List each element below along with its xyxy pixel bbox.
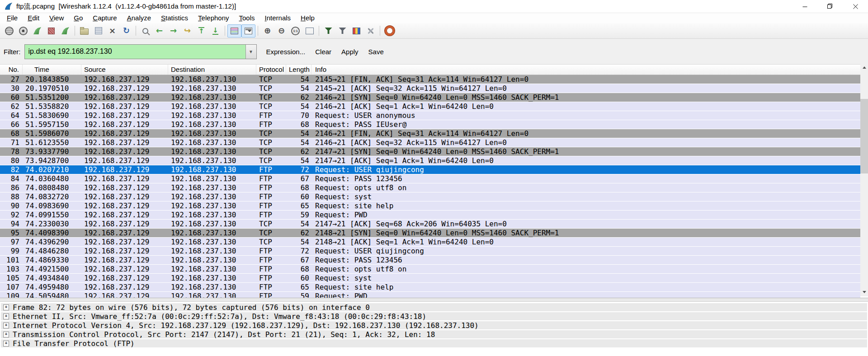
expand-icon[interactable]: + [3, 332, 9, 337]
packet-row-60[interactable]: 6051.5351200192.168.237.129192.168.237.1… [0, 93, 860, 102]
packet-row-95[interactable]: 9574.4098390192.168.237.129192.168.237.1… [0, 229, 860, 237]
packet-row-86[interactable]: 8674.0808480192.168.237.129192.168.237.1… [0, 183, 860, 192]
save-button[interactable]: Save [363, 48, 389, 56]
apply-button[interactable]: Apply [336, 48, 363, 56]
packet-row-101[interactable]: 10174.4869330192.168.237.129192.168.237.… [0, 256, 860, 264]
cell-proto: TCP [256, 102, 286, 111]
list-interfaces-button[interactable] [2, 24, 16, 37]
scroll-up-button[interactable] [860, 63, 868, 71]
auto-scroll-toggle[interactable] [241, 24, 255, 37]
packet-row-84[interactable]: 8474.0360480192.168.237.129192.168.237.1… [0, 174, 860, 183]
packet-row-27[interactable]: 2720.1843850192.168.237.129192.168.237.1… [0, 75, 860, 84]
filter-dropdown-button[interactable]: ▼ [245, 45, 256, 59]
menu-item-file[interactable]: File [2, 13, 23, 23]
packet-row-30[interactable]: 3020.1970510192.168.237.129192.168.237.1… [0, 84, 860, 93]
cell-info: Request: site help [311, 201, 860, 210]
start-capture-button[interactable] [30, 24, 44, 37]
packet-row-99[interactable]: 9974.4846280192.168.237.129192.168.237.1… [0, 247, 860, 255]
expand-icon[interactable]: + [3, 341, 9, 347]
menu-item-tools[interactable]: Tools [234, 13, 260, 23]
packet-row-97[interactable]: 9774.4396290192.168.237.129192.168.237.1… [0, 238, 860, 246]
open-file-button[interactable] [77, 24, 91, 37]
go-top-button[interactable]: ↑ [194, 24, 208, 37]
detail-line[interactable]: +File Transfer Protocol (FTP) [1, 339, 867, 347]
close-file-button[interactable]: × [105, 24, 119, 37]
packet-list-scrollbar[interactable] [860, 63, 868, 296]
cell-time: 74.0832720 [23, 192, 81, 201]
column-header-protocol[interactable]: Protocol [256, 65, 286, 75]
packet-row-90[interactable]: 9074.0983690192.168.237.129192.168.237.1… [0, 201, 860, 210]
save-file-button[interactable] [91, 24, 105, 37]
column-header-length[interactable]: Length [286, 65, 311, 75]
menu-item-internals[interactable]: Internals [260, 13, 296, 23]
column-header-no[interactable]: No. [0, 65, 23, 75]
restart-capture-button[interactable] [58, 24, 72, 37]
cell-proto: TCP [256, 84, 286, 93]
find-packet-button[interactable] [138, 24, 152, 37]
menu-item-analyze[interactable]: Analyze [122, 13, 156, 23]
go-bottom-button[interactable]: ↓ [208, 24, 222, 37]
menu-item-view[interactable]: View [44, 13, 69, 23]
packet-row-80[interactable]: 8073.9428700192.168.237.129192.168.237.1… [0, 156, 860, 165]
normal-size-button[interactable]: 1:1 [288, 24, 302, 37]
pane-splitter[interactable] [0, 298, 868, 302]
preferences-button[interactable] [363, 24, 377, 37]
scrollbar-thumb[interactable] [860, 99, 868, 173]
coloring-rules-button[interactable] [349, 24, 363, 37]
packet-row-71[interactable]: 7151.6123550192.168.237.129192.168.237.1… [0, 138, 860, 147]
packet-row-78[interactable]: 7873.9337790192.168.237.129192.168.237.1… [0, 147, 860, 156]
go-back-button[interactable]: ← [152, 24, 166, 37]
detail-line[interactable]: +Internet Protocol Version 4, Src: 192.1… [1, 321, 867, 329]
menu-item-capture[interactable]: Capture [88, 13, 122, 23]
reload-file-button[interactable]: ↻ [119, 24, 133, 37]
colorize-packets-toggle[interactable] [227, 24, 241, 37]
column-header-info[interactable]: Info [311, 65, 868, 75]
menu-item-go[interactable]: Go [69, 13, 88, 23]
menu-item-help[interactable]: Help [296, 13, 320, 23]
zoom-out-button[interactable]: ⊖ [274, 24, 288, 37]
packet-row-103[interactable]: 10374.4921500192.168.237.129192.168.237.… [0, 265, 860, 273]
help-button[interactable] [382, 24, 396, 37]
close-button[interactable] [843, 0, 868, 13]
expression-button[interactable]: Expression... [261, 48, 311, 56]
goto-packet-button[interactable]: ↪ [180, 24, 194, 37]
packet-row-66[interactable]: 6651.5957150192.168.237.129192.168.237.1… [0, 120, 860, 129]
packet-row-105[interactable]: 10574.4934840192.168.237.129192.168.237.… [0, 274, 860, 282]
packet-row-64[interactable]: 6451.5830690192.168.237.129192.168.237.1… [0, 111, 860, 120]
detail-line[interactable]: +Frame 82: 72 bytes on wire (576 bits), … [1, 303, 867, 311]
expand-icon[interactable]: + [3, 304, 9, 310]
scrollbar-track[interactable] [860, 71, 868, 289]
scroll-down-button[interactable] [860, 289, 868, 296]
capture-options-button[interactable] [16, 24, 30, 37]
expand-icon[interactable]: + [3, 314, 9, 319]
packet-row-94[interactable]: 9474.2330030192.168.237.129192.168.237.1… [0, 220, 860, 228]
detail-line[interactable]: +Transmission Control Protocol, Src Port… [1, 330, 867, 338]
detail-line[interactable]: +Ethernet II, Src: Vmware_ff:52:7a (00:0… [1, 312, 867, 320]
clear-button[interactable]: Clear [310, 48, 336, 56]
cell-proto: FTP [256, 120, 286, 129]
display-filter-button[interactable] [335, 24, 349, 37]
stop-capture-button[interactable] [44, 24, 58, 37]
packet-row-92[interactable]: 9274.0991550192.168.237.129192.168.237.1… [0, 211, 860, 219]
column-header-source[interactable]: Source [81, 65, 168, 75]
packet-row-62[interactable]: 6251.5358820192.168.237.129192.168.237.1… [0, 102, 860, 111]
expand-icon[interactable]: + [3, 323, 9, 328]
column-header-destination[interactable]: Destination [168, 65, 256, 75]
column-header-time[interactable]: Time [23, 65, 81, 75]
menu-item-statistics[interactable]: Statistics [156, 13, 193, 23]
menu-item-edit[interactable]: Edit [23, 13, 44, 23]
zoom-in-button[interactable]: ⊕ [260, 24, 274, 37]
packet-row-88[interactable]: 8874.0832720192.168.237.129192.168.237.1… [0, 192, 860, 201]
resize-columns-button[interactable] [302, 24, 316, 37]
packet-row-109[interactable]: 10974.5059480192.168.237.129192.168.237.… [0, 292, 860, 298]
packet-row-107[interactable]: 10774.4959480192.168.237.129192.168.237.… [0, 283, 860, 291]
restore-button[interactable] [817, 0, 843, 13]
minimize-button[interactable] [792, 0, 817, 13]
go-forward-button[interactable]: → [166, 24, 180, 37]
display-filter-input[interactable] [25, 45, 245, 59]
packet-row-68[interactable]: 6851.5986070192.168.237.129192.168.237.1… [0, 129, 860, 138]
capture-filter-button[interactable] [321, 24, 335, 37]
packet-row-82[interactable]: 8274.0207210192.168.237.129192.168.237.1… [0, 165, 860, 174]
cell-dst: 192.168.237.130 [168, 183, 256, 192]
menu-item-telephony[interactable]: Telephony [193, 13, 234, 23]
